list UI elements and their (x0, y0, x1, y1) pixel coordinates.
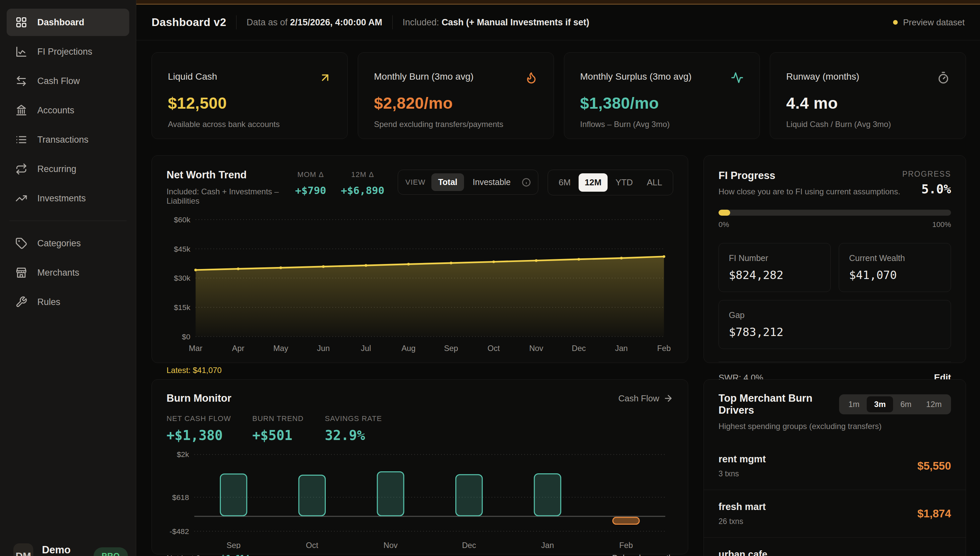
range-ytd[interactable]: YTD (609, 173, 639, 192)
kpi-title: Monthly Surplus (3mo avg) (580, 71, 692, 82)
merchant-range-1m[interactable]: 1m (841, 396, 867, 412)
grid-icon (15, 16, 27, 28)
current-wealth-label: Current Wealth (849, 253, 941, 263)
main: Liquid Cash $12,500 Available across ban… (136, 40, 980, 556)
data-as-of-value: 2/15/2026, 4:00:00 AM (290, 17, 382, 27)
sidebar-item-cash-flow[interactable]: Cash Flow (6, 67, 129, 95)
merchant-txns: 26 txns (719, 517, 766, 526)
net-last-6mo-value: +$6,614 (216, 554, 250, 556)
sidebar-item-label: Merchants (37, 268, 79, 278)
kpi-title: Runway (months) (786, 71, 859, 82)
merchant-row[interactable]: urban cafe 65 txns $390 (704, 537, 965, 556)
svg-text:$60k: $60k (174, 215, 190, 224)
mom-delta-label: MOM Δ (295, 170, 326, 179)
burn-chart: $2k$618-$482SepOctNovDecJanFeb (166, 448, 673, 550)
fi-progress-title: FI Progress (719, 170, 900, 182)
burn-monitor-panel: Burn Monitor Cash Flow NET CASH FLOW +$1… (152, 379, 688, 554)
kpi-card-monthly-surplus: Monthly Surplus (3mo avg) $1,380/mo Infl… (564, 52, 760, 139)
arrow-right-icon (663, 393, 673, 403)
delta-stats: MOM Δ +$790 12M Δ +$6,890 (295, 170, 384, 196)
header-divider (236, 15, 237, 29)
repeat-icon (15, 163, 27, 175)
activity-icon (731, 71, 743, 84)
net-worth-chart: $0$15k$30k$45k$60kMarAprMayJunJulAugSepO… (166, 214, 673, 364)
svg-text:Mar: Mar (189, 344, 203, 353)
svg-text:Feb: Feb (619, 541, 633, 549)
content-area: Dashboard v2 Data as of 2/15/2026, 4:00:… (136, 0, 980, 556)
savings-rate-label: SAVINGS RATE (325, 414, 382, 423)
gap-value: $783,212 (729, 325, 941, 339)
range-12m[interactable]: 12M (579, 173, 608, 192)
sidebar-item-categories[interactable]: Categories (6, 230, 129, 257)
merchant-row[interactable]: rent mgmt 3 txns $5,550 (704, 442, 965, 490)
svg-text:Oct: Oct (306, 541, 318, 549)
svg-text:Nov: Nov (529, 344, 543, 353)
merchant-name: urban cafe (719, 549, 767, 556)
sidebar-item-fi-projections[interactable]: FI Projections (6, 38, 129, 65)
user-menu[interactable]: DM Demo User PRO (13, 543, 128, 556)
gap-label: Gap (729, 310, 941, 320)
sidebar-item-rules[interactable]: Rules (6, 288, 129, 316)
svg-text:Feb: Feb (657, 344, 671, 353)
sidebar-item-label: Dashboard (37, 17, 84, 27)
view-option-investable[interactable]: Investable (466, 173, 517, 191)
progress-value: 5.0% (903, 182, 951, 196)
merchant-list: rent mgmt 3 txns $5,550 fresh mart 26 tx… (704, 442, 965, 556)
mom-delta-value: +$790 (295, 184, 326, 196)
kpi-subtitle: Available across bank accounts (168, 120, 332, 129)
sidebar-item-transactions[interactable]: Transactions (6, 126, 129, 154)
sidebar-item-recurring[interactable]: Recurring (6, 155, 129, 183)
info-icon[interactable] (521, 177, 531, 187)
sidebar-item-accounts[interactable]: Accounts (6, 97, 129, 124)
svg-text:Nov: Nov (384, 541, 397, 549)
merchant-name: rent mgmt (719, 454, 766, 465)
scale-min: 0% (719, 220, 729, 229)
list-icon (15, 134, 27, 145)
kpi-value: $1,380/mo (580, 94, 744, 112)
merchant-range-3m[interactable]: 3m (867, 396, 893, 412)
preview-dataset-chip[interactable]: Preview dataset (893, 17, 965, 27)
kpi-title: Liquid Cash (168, 71, 217, 82)
sidebar-item-investments[interactable]: Investments (6, 185, 129, 212)
sidebar-item-label: FI Projections (37, 47, 92, 57)
bank-icon (15, 104, 27, 116)
current-wealth-box: Current Wealth $41,070 (839, 243, 951, 292)
burn-stats: NET CASH FLOW +$1,380 BURN TREND +$501 S… (166, 414, 673, 443)
range-6m[interactable]: 6M (553, 173, 577, 192)
store-icon (15, 267, 27, 279)
cash-flow-link[interactable]: Cash Flow (618, 393, 673, 404)
user-name: Demo User (42, 544, 85, 556)
svg-text:$15k: $15k (174, 303, 190, 312)
pro-badge: PRO (93, 547, 128, 556)
svg-text:$2k: $2k (177, 450, 189, 459)
sidebar-divider (9, 221, 127, 221)
view-option-total[interactable]: Total (431, 173, 464, 191)
cash-flow-link-label: Cash Flow (618, 393, 659, 404)
row-net-worth: Net Worth Trend Included: Cash + Investm… (152, 155, 966, 363)
sidebar-item-dashboard[interactable]: Dashboard (6, 9, 129, 36)
merchant-drivers-panel: Top Merchant Burn Drivers 1m 3m 6m 12m H… (704, 379, 966, 556)
debug-by-month-link[interactable]: Debug by month (600, 553, 673, 556)
view-toggle: VIEW Total Investable (398, 170, 538, 195)
range-all[interactable]: ALL (641, 173, 668, 192)
avatar: DM (13, 543, 33, 556)
merchant-row[interactable]: fresh mart 26 txns $1,874 (704, 490, 965, 537)
fi-progress-fill (719, 210, 730, 216)
fi-progress-panel: FI Progress How close you are to FI usin… (704, 155, 966, 363)
net-last-6mo: Net last 6mo: +$6,614 (166, 554, 250, 556)
kpi-title: Monthly Burn (3mo avg) (374, 71, 474, 82)
svg-text:Jun: Jun (317, 344, 330, 353)
svg-text:-$482: -$482 (169, 527, 189, 536)
preview-dataset-label: Preview dataset (903, 17, 965, 27)
merchant-range-12m[interactable]: 12m (919, 396, 949, 412)
merchant-name: fresh mart (719, 501, 766, 512)
fi-progress-subtitle: How close you are to FI using current as… (719, 187, 900, 196)
merchant-panel-title: Top Merchant Burn Drivers (719, 392, 839, 416)
svg-text:$618: $618 (172, 493, 189, 502)
page-header: Dashboard v2 Data as of 2/15/2026, 4:00:… (136, 5, 980, 40)
row-burn: Burn Monitor Cash Flow NET CASH FLOW +$1… (152, 379, 966, 556)
merchant-range-6m[interactable]: 6m (893, 396, 919, 412)
svg-text:May: May (273, 344, 288, 353)
merchant-amount: $1,874 (917, 508, 951, 520)
sidebar-item-merchants[interactable]: Merchants (6, 259, 129, 286)
